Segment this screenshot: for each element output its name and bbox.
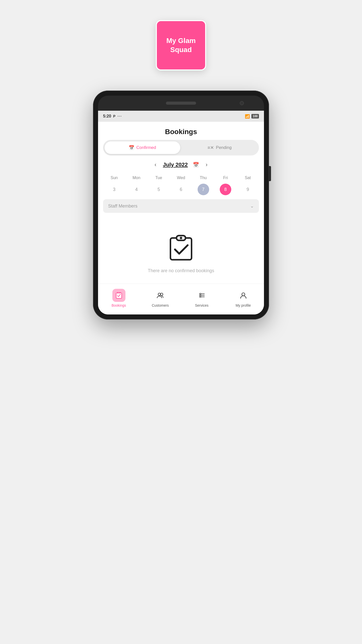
wifi-icon: 📶 [245,114,250,119]
customers-icon-wrap [154,289,167,302]
weekday-tue: Tue [148,174,170,182]
status-bar: 5:20 P ··· 📶 100 [98,111,264,122]
page-title: Bookings [98,122,264,140]
services-nav-icon [198,292,206,299]
svg-point-11 [200,293,201,295]
battery-icon: 100 [251,114,259,118]
empty-state: There are no confirmed bookings [98,217,264,284]
svg-point-12 [200,295,201,296]
app-content: Bookings 📅 Confirmed ≡✕ Pending ‹ [98,122,264,284]
myprofile-nav-label: My profile [236,303,251,307]
dropdown-arrow-icon: ⌄ [250,203,254,209]
nav-services[interactable]: Services [181,287,222,309]
svg-rect-0 [170,238,192,260]
weekday-wed: Wed [170,174,192,182]
cal-day-6[interactable]: 6 [170,184,192,195]
calendar-icon[interactable]: 📅 [193,162,199,168]
pending-tab-icon: ≡✕ [208,145,214,150]
cal-day-7[interactable]: 7 [198,184,209,195]
cal-day-8[interactable]: 8 [220,184,231,195]
svg-point-14 [242,293,245,296]
cal-day-4[interactable]: 4 [125,184,148,195]
booking-tabs: 📅 Confirmed ≡✕ Pending [103,140,259,155]
nav-myprofile[interactable]: My profile [222,287,264,309]
month-title: July 2022 [163,162,188,168]
pending-tab-label: Pending [216,145,232,150]
status-right: 📶 100 [245,114,259,119]
services-nav-label: Services [195,303,209,307]
weekday-mon: Mon [125,174,148,182]
side-button [269,166,271,181]
svg-rect-4 [117,292,118,294]
confirmed-tab-icon: 📅 [129,145,134,150]
calendar-section: ‹ July 2022 📅 › Sun Mon Tue Wed Thu Fri … [98,160,264,195]
calendar-days-row: 3 4 5 6 7 [103,184,259,195]
customers-nav-label: Customers [152,303,169,307]
logo-text: My GlamSquad [166,36,196,55]
svg-point-13 [200,296,201,298]
next-month-button[interactable]: › [203,160,210,169]
weekday-sat: Sat [237,174,259,182]
svg-rect-5 [119,292,120,294]
weekday-thu: Thu [192,174,214,182]
weekday-fri: Fri [214,174,237,182]
bookings-nav-label: Bookings [112,303,126,307]
month-navigation: ‹ July 2022 📅 › [103,160,259,169]
phone-speaker [166,102,196,105]
staff-dropdown[interactable]: Staff Members ⌄ [103,199,259,213]
myprofile-nav-icon [240,292,247,299]
confirmed-tab-label: Confirmed [136,145,156,150]
phone-mockup: 5:20 P ··· 📶 100 Bookings 📅 Confirmed [93,91,269,319]
bookings-icon-wrap [112,289,125,302]
myprofile-icon-wrap [237,289,250,302]
cal-day-5[interactable]: 5 [148,184,170,195]
bottom-navigation: Bookings Customers [98,284,264,314]
svg-point-2 [180,237,182,239]
cal-day-3[interactable]: 3 [103,184,125,195]
status-carrier: P [113,114,115,118]
phone-top-bar [98,96,264,111]
status-dots: ··· [117,114,122,118]
nav-bookings[interactable]: Bookings [98,287,140,309]
tab-pending[interactable]: ≡✕ Pending [182,141,257,154]
clipboard-check-icon [166,232,196,262]
phone-camera [240,101,244,105]
nav-customers[interactable]: Customers [140,287,181,309]
weekday-headers: Sun Mon Tue Wed Thu Fri Sat [103,174,259,182]
svg-rect-3 [116,293,122,298]
phone-screen: 5:20 P ··· 📶 100 Bookings 📅 Confirmed [98,111,264,314]
status-time: 5:20 [103,114,111,118]
services-icon-wrap [195,289,208,302]
status-left: 5:20 P ··· [103,114,122,118]
cal-day-9[interactable]: 9 [237,184,259,195]
app-logo: My GlamSquad [156,20,206,70]
staff-dropdown-label: Staff Members [108,204,138,209]
tab-confirmed[interactable]: 📅 Confirmed [105,141,180,154]
weekday-sun: Sun [103,174,125,182]
empty-state-message: There are no confirmed bookings [148,268,214,273]
prev-month-button[interactable]: ‹ [152,160,159,169]
customers-nav-icon [157,292,164,299]
bookings-nav-icon [115,292,123,299]
